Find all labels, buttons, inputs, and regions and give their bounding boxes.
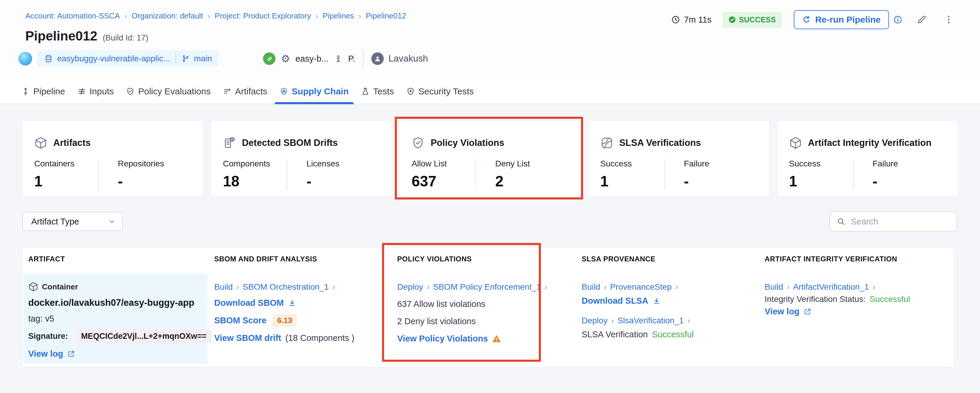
edit-pencil-icon[interactable] bbox=[916, 14, 926, 25]
rerun-label: Re-run Pipeline bbox=[815, 14, 881, 25]
step-link-slsa-verification[interactable]: SlsaVerification_1 bbox=[617, 316, 684, 326]
sbom-score-link[interactable]: SBOM Score bbox=[214, 316, 267, 326]
slsa-icon bbox=[600, 136, 614, 149]
step-link-sbom-orchestration[interactable]: SBOM Orchestration_1 bbox=[243, 282, 329, 292]
search-icon bbox=[837, 217, 846, 226]
view-policy-violations-link[interactable]: View Policy Violations bbox=[397, 334, 488, 343]
stage-link-deploy[interactable]: Deploy bbox=[397, 282, 423, 292]
stage-link-build[interactable]: Build bbox=[765, 282, 783, 292]
repo-name[interactable]: easybuggy-vulnerable-applic... bbox=[57, 54, 170, 64]
search-box[interactable] bbox=[829, 211, 958, 232]
more-options-kebab-icon[interactable] bbox=[944, 14, 954, 25]
column-header-policy-violations: POLICY VIOLATIONS bbox=[397, 255, 472, 263]
cube-icon bbox=[789, 136, 802, 149]
pipeline-icon bbox=[21, 87, 30, 96]
stat-label: Deny List bbox=[495, 159, 530, 169]
column-header-sbom: SBOM AND DRIFT ANALYSIS bbox=[214, 255, 317, 263]
chevron-separator: › bbox=[687, 316, 690, 326]
breadcrumb-project[interactable]: Project: Product Exploratory bbox=[215, 11, 311, 21]
breadcrumb-separator: › bbox=[358, 12, 361, 20]
tab-supply-chain[interactable]: Supply Chain bbox=[280, 79, 349, 104]
info-icon[interactable] bbox=[893, 15, 903, 24]
inputs-icon bbox=[78, 87, 86, 96]
download-icon bbox=[652, 297, 661, 305]
trigger-group: ∞ ⚙ easy-b... P. bbox=[263, 53, 355, 65]
execution-duration: 7m 11s bbox=[671, 15, 712, 25]
clock-icon bbox=[671, 15, 680, 24]
tab-policy-evaluations[interactable]: Policy Evaluations bbox=[126, 79, 210, 104]
trigger-name[interactable]: easy-b... bbox=[296, 54, 328, 64]
tab-label: Security Tests bbox=[418, 86, 474, 96]
check-circle-icon bbox=[728, 16, 736, 24]
card-sbom-drifts: Detected SBOM Drifts Components 18 Licen… bbox=[211, 121, 391, 196]
shield-check-icon bbox=[412, 136, 425, 149]
breadcrumb-pipelines[interactable]: Pipelines bbox=[323, 11, 354, 21]
breadcrumb-separator: › bbox=[124, 12, 127, 20]
slsa-provenance-cell: Build › ProvenanceStep › Download SLSA D… bbox=[582, 282, 694, 339]
card-title: Artifact Integrity Verification bbox=[808, 137, 932, 148]
rerun-pipeline-button[interactable]: Re-run Pipeline bbox=[794, 10, 889, 29]
download-sbom-link[interactable]: Download SBOM bbox=[214, 298, 284, 308]
tab-label: Pipeline bbox=[33, 86, 65, 96]
tab-label: Artifacts bbox=[235, 86, 267, 96]
column-header-artifact: ARTIFACT bbox=[28, 255, 65, 263]
stage-link-build[interactable]: Build bbox=[214, 282, 233, 292]
stat-label: Containers bbox=[34, 159, 98, 169]
tab-label: Policy Evaluations bbox=[138, 86, 210, 96]
sbom-drift-count: (18 Components ) bbox=[285, 333, 354, 343]
webhook-link-icon: ∞ bbox=[263, 53, 275, 65]
pill-divider bbox=[175, 54, 176, 64]
card-slsa-verifications: SLSA Verifications Success 1 Failure - bbox=[589, 121, 769, 196]
step-link-policy-enforcement[interactable]: SBOM Policy Enforcement_1 bbox=[433, 282, 541, 292]
tab-pipeline[interactable]: Pipeline bbox=[21, 79, 65, 104]
shield-check-icon bbox=[126, 87, 134, 96]
view-log-link[interactable]: View log bbox=[765, 307, 799, 316]
signature-value[interactable]: MEQCICde2Vjl...L+2+mqnOXw== bbox=[76, 329, 212, 343]
build-id: (Build Id: 17) bbox=[103, 34, 148, 43]
chevron-separator: › bbox=[332, 282, 335, 292]
git-branch-icon bbox=[181, 54, 190, 63]
slsa-status-value: Successful bbox=[652, 329, 694, 339]
page-header: Account: Automation-SSCA › Organization:… bbox=[0, 0, 980, 79]
tab-inputs[interactable]: Inputs bbox=[78, 79, 114, 104]
container-cube-icon bbox=[28, 282, 38, 292]
tab-tests[interactable]: Tests bbox=[361, 79, 394, 104]
external-link-icon bbox=[803, 308, 811, 316]
artifacts-list-icon bbox=[223, 87, 231, 96]
status-text: SUCCESS bbox=[739, 16, 776, 24]
stat-label: Licenses bbox=[306, 159, 339, 169]
stat-value: 1 bbox=[34, 173, 98, 190]
page-title: Pipeline012 bbox=[25, 29, 97, 43]
step-link-provenance[interactable]: ProvenanceStep bbox=[610, 282, 672, 292]
view-sbom-drift-link[interactable]: View SBOM drift bbox=[214, 333, 281, 343]
stat-label: Components bbox=[223, 159, 287, 169]
card-title: SLSA Verifications bbox=[619, 137, 701, 148]
search-input[interactable] bbox=[851, 217, 963, 227]
download-slsa-link[interactable]: Download SLSA bbox=[582, 296, 648, 306]
stage-link-deploy[interactable]: Deploy bbox=[582, 316, 608, 326]
tab-artifacts[interactable]: Artifacts bbox=[223, 79, 267, 104]
stat-value: 637 bbox=[412, 173, 476, 190]
supply-chain-icon bbox=[280, 87, 288, 96]
gear-icon: ⚙ bbox=[281, 54, 290, 64]
artifact-type-dropdown[interactable]: Artifact Type bbox=[22, 212, 123, 231]
breadcrumb-separator: › bbox=[207, 12, 210, 20]
allow-list-violations: 637 Allow list violations bbox=[397, 299, 547, 309]
stage-link-build[interactable]: Build bbox=[582, 282, 600, 292]
tab-security-tests[interactable]: Security Tests bbox=[406, 79, 474, 104]
repo-branch-pill[interactable]: easybuggy-vulnerable-applic... main bbox=[38, 50, 218, 67]
branch-name[interactable]: main bbox=[194, 54, 212, 64]
execution-controls: 7m 11s SUCCESS Re-run Pipeline bbox=[671, 10, 954, 29]
sbom-document-icon bbox=[223, 136, 236, 149]
column-header-slsa-provenance: SLSA PROVENANCE bbox=[582, 255, 655, 263]
flask-icon bbox=[361, 87, 369, 96]
breadcrumb-pipeline012[interactable]: Pipeline012 bbox=[366, 11, 406, 21]
tab-bar: Pipeline Inputs Policy Evaluations Artif… bbox=[0, 79, 980, 104]
warning-triangle-icon bbox=[492, 334, 501, 343]
breadcrumb-organization[interactable]: Organization: default bbox=[132, 11, 203, 21]
breadcrumb-account[interactable]: Account: Automation-SSCA bbox=[25, 11, 120, 21]
view-log-link[interactable]: View log bbox=[28, 349, 63, 359]
step-link-artifact-verification[interactable]: ArtifactVerification_1 bbox=[793, 282, 869, 292]
artifact-image-name: docker.io/lavakush07/easy-buggy-app bbox=[28, 297, 208, 308]
stat-value: 2 bbox=[495, 173, 530, 190]
